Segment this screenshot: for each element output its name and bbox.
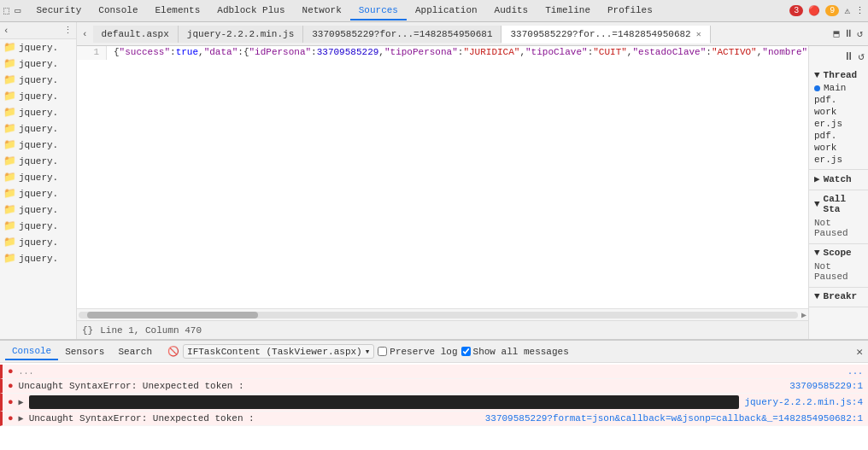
nav-tab-timeline[interactable]: Timeline bbox=[537, 2, 599, 20]
msg-source-1[interactable]: jquery-2.2.2.min.js:4 bbox=[744, 397, 863, 407]
tab-back-btn[interactable]: ‹ bbox=[77, 26, 93, 43]
scroll-end-icon: ▶ bbox=[801, 310, 806, 320]
file-item[interactable]: 📁jquery. bbox=[0, 218, 76, 234]
more-options-icon[interactable]: ⋮ bbox=[63, 25, 73, 36]
filter-dropdown-icon: ▾ bbox=[365, 346, 371, 357]
scope-header[interactable]: ▼ Scope bbox=[814, 248, 863, 258]
error-icon-0: ● bbox=[8, 366, 14, 377]
preserve-log-checkbox[interactable]: Preserve log bbox=[378, 347, 457, 357]
nav-tab-console[interactable]: Console bbox=[90, 2, 146, 20]
line-content: {"success":true,"data":{"idPersona":3370… bbox=[107, 46, 807, 60]
console-tab-console[interactable]: Console bbox=[5, 343, 58, 360]
file-name: jquery. bbox=[19, 189, 58, 199]
more-icon[interactable]: ⋮ bbox=[855, 5, 865, 16]
filter-select[interactable]: IFTaskContent (TaskViewer.aspx) ▾ bbox=[183, 344, 374, 359]
file-item[interactable]: 📁jquery. bbox=[0, 169, 76, 185]
redacted-content bbox=[29, 395, 740, 409]
pause-debugger-icon[interactable]: ⏸ bbox=[843, 50, 854, 63]
device-icon[interactable]: ▭ bbox=[15, 4, 21, 17]
warning-badge: 9 bbox=[825, 5, 839, 16]
h-scrollbar-area[interactable]: ▶ bbox=[77, 308, 808, 320]
inspect-icon[interactable]: ⬚ bbox=[3, 4, 9, 17]
file-item[interactable]: 📁jquery. bbox=[0, 234, 76, 250]
console-messages: ● ... ... ● Uncaught SyntaxError: Unexpe… bbox=[0, 363, 868, 450]
file-tab-3370958522[interactable]: 33709585229?for...=1482854950682✕ bbox=[501, 26, 710, 44]
file-tree-toolbar: ‹ ⋮ bbox=[0, 22, 76, 39]
thread-pdf1-line2: work bbox=[814, 107, 836, 117]
code-line: 1 {"success":true,"data":{"idPersona":33… bbox=[77, 46, 808, 60]
filter-icon[interactable]: 🚫 bbox=[167, 346, 179, 357]
topbar-right: 3 🔴 9 ⚠ ⋮ bbox=[789, 5, 865, 16]
thread-pdf1-cont2: er.js bbox=[814, 118, 863, 130]
resume-icon[interactable]: ↺ bbox=[857, 27, 863, 40]
thread-main[interactable]: Main bbox=[814, 82, 863, 94]
console-tab-search[interactable]: Search bbox=[111, 344, 159, 359]
h-scrollbar-thumb[interactable] bbox=[87, 312, 258, 319]
error-icon-1: ● bbox=[8, 381, 14, 391]
console-msg-1: ● ▶ jquery-2.2.2.min.js:4 bbox=[0, 394, 868, 412]
file-tab-default-as[interactable]: default.aspx bbox=[93, 26, 179, 43]
scope-triangle: ▼ bbox=[814, 248, 820, 258]
thread-pdf2-line3: er.js bbox=[814, 155, 842, 165]
file-item[interactable]: 📁jquery. bbox=[0, 120, 76, 137]
callstack-header[interactable]: ▼ Call Sta bbox=[814, 194, 863, 214]
file-item[interactable]: 📁jquery. bbox=[0, 104, 76, 120]
watch-header[interactable]: ▶ Watch bbox=[814, 173, 863, 184]
msg-source-2[interactable]: 33709585229?format=json&callback=w&jsonp… bbox=[485, 413, 863, 424]
msg-text-truncated: ... bbox=[19, 367, 842, 377]
show-all-checkbox[interactable]: Show all messages bbox=[461, 347, 569, 357]
thread-pdf2[interactable]: pdf. bbox=[814, 130, 863, 142]
file-item[interactable]: 📁jquery. bbox=[0, 72, 76, 88]
folder-icon: 📁 bbox=[3, 219, 16, 232]
file-item[interactable]: 📁jquery. bbox=[0, 88, 76, 104]
filter-select-label: IFTaskContent (TaskViewer.aspx) bbox=[187, 347, 362, 357]
file-item[interactable]: 📁jquery. bbox=[0, 185, 76, 202]
nav-tab-audits[interactable]: Audits bbox=[486, 2, 537, 20]
status-position: Line 1, Column 470 bbox=[100, 325, 202, 336]
threads-label: Thread bbox=[824, 70, 858, 80]
bottom-panel: ConsoleSensorsSearch 🚫 IFTaskContent (Ta… bbox=[0, 339, 868, 450]
back-icon[interactable]: ‹ bbox=[3, 26, 9, 36]
console-tab-sensors[interactable]: Sensors bbox=[58, 344, 111, 359]
thread-pdf2-line2: work bbox=[814, 143, 836, 153]
code-container[interactable]: 1 {"success":true,"data":{"idPersona":33… bbox=[77, 46, 808, 308]
editor-area: 1 {"success":true,"data":{"idPersona":33… bbox=[77, 46, 808, 339]
nav-tab-security[interactable]: Security bbox=[27, 2, 90, 20]
close-console-btn[interactable]: ✕ bbox=[856, 345, 863, 359]
file-item[interactable]: 📁jquery. bbox=[0, 137, 76, 153]
threads-triangle: ▼ bbox=[814, 70, 820, 80]
nav-tab-profiles[interactable]: Profiles bbox=[599, 2, 661, 20]
file-item[interactable]: 📁jquery. bbox=[0, 39, 76, 56]
pause-icon[interactable]: ⏸ bbox=[843, 27, 853, 40]
main-area: ‹ ⋮ 📁jquery.📁jquery.📁jquery.📁jquery.📁jqu… bbox=[0, 22, 868, 450]
tab-close-btn[interactable]: ✕ bbox=[696, 29, 701, 39]
breakpoints-header[interactable]: ▼ Breakr bbox=[814, 291, 863, 301]
file-name: jquery. bbox=[19, 254, 58, 264]
show-all-input[interactable] bbox=[461, 347, 471, 356]
file-item[interactable]: 📁jquery. bbox=[0, 202, 76, 218]
msg-source-truncated[interactable]: ... bbox=[847, 367, 863, 377]
file-tab-3370958522[interactable]: 33709585229?for...=1482854950681 bbox=[303, 26, 501, 43]
scope-section: ▼ Scope Not Paused bbox=[809, 244, 868, 288]
expand-icon-2[interactable]: ▶ bbox=[19, 413, 24, 424]
msg-source-0[interactable]: 33709585229:1 bbox=[789, 381, 863, 391]
watch-section: ▶ Watch bbox=[809, 170, 868, 190]
nav-tab-application[interactable]: Application bbox=[407, 2, 486, 20]
threads-header[interactable]: ▼ Thread bbox=[814, 70, 863, 80]
popout-icon[interactable]: ⬒ bbox=[834, 27, 840, 40]
thread-pdf1[interactable]: pdf. bbox=[814, 94, 863, 106]
nav-tab-network[interactable]: Network bbox=[294, 2, 350, 20]
file-item[interactable]: 📁jquery. bbox=[0, 56, 76, 72]
nav-tab-adblock-plus[interactable]: Adblock Plus bbox=[208, 2, 293, 20]
step-over-icon[interactable]: ↺ bbox=[858, 50, 865, 63]
folder-icon: 📁 bbox=[3, 73, 16, 86]
file-name: jquery. bbox=[19, 91, 58, 102]
nav-tab-elements[interactable]: Elements bbox=[147, 2, 209, 20]
expand-icon-1[interactable]: ▶ bbox=[19, 397, 24, 407]
file-item[interactable]: 📁jquery. bbox=[0, 153, 76, 169]
file-tab-jquery-2-2[interactable]: jquery-2.2.2.min.js bbox=[179, 26, 303, 43]
file-item[interactable]: 📁jquery. bbox=[0, 250, 76, 266]
folder-icon: 📁 bbox=[3, 187, 16, 200]
nav-tab-sources[interactable]: Sources bbox=[350, 2, 407, 20]
preserve-log-input[interactable] bbox=[378, 347, 387, 356]
